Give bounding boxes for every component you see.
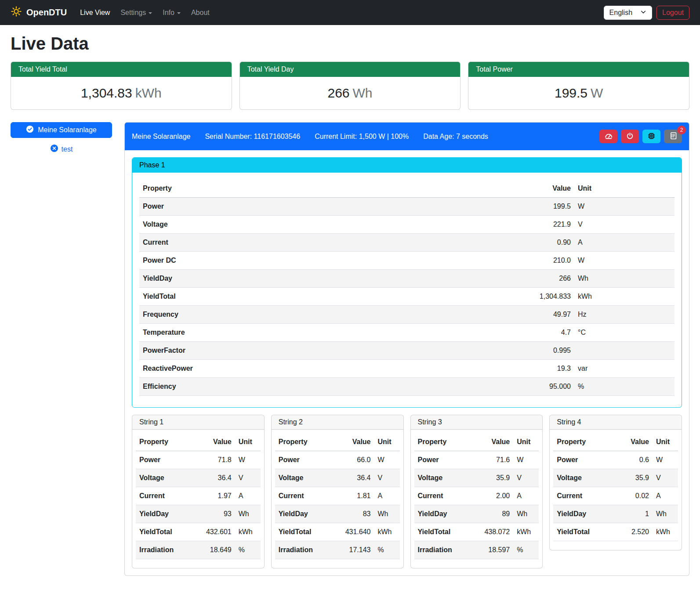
sun-logo-icon: [11, 6, 22, 19]
table-row: Frequency 49.97 Hz: [139, 306, 675, 324]
table-row: Power DC 210.0 W: [139, 252, 675, 270]
card-value-row: 1,304.83kWh: [11, 77, 232, 109]
table-row: YieldTotal 432.601 kWh: [136, 523, 261, 541]
language-select[interactable]: English: [604, 6, 652, 20]
cell-unit: W: [513, 451, 539, 469]
cell-unit: A: [574, 234, 675, 252]
summary-cards-row: Total Yield Total 1,304.83kWh Total Yiel…: [11, 62, 689, 110]
cell-property: Power DC: [139, 252, 399, 270]
inverter-data-age: Data Age: 7 seconds: [423, 133, 488, 141]
table-row: Current 1.81 A: [275, 487, 400, 505]
nav-item-info[interactable]: Info: [159, 5, 184, 20]
table-row: YieldDay 1 Wh: [553, 505, 678, 523]
cell-value: 4.7: [399, 324, 574, 342]
cell-unit: W: [574, 198, 675, 216]
cell-value: 66.0: [330, 451, 374, 469]
top-navbar: OpenDTU Live View Settings Info About En…: [0, 0, 700, 25]
table-row: Current 1.97 A: [136, 487, 261, 505]
cell-unit: Wh: [513, 505, 539, 523]
column-header-value: Value: [192, 433, 235, 451]
cell-unit: kWh: [374, 523, 400, 541]
column-header-property: Property: [553, 433, 614, 451]
cell-value: 18.597: [470, 541, 513, 559]
column-header-value: Value: [330, 433, 374, 451]
string-1-title: String 1: [132, 415, 264, 430]
table-row: YieldTotal 431.640 kWh: [275, 523, 400, 541]
cell-value: 0.6: [614, 451, 653, 469]
table-row: ReactivePower 19.3 var: [139, 360, 675, 378]
logout-button[interactable]: Logout: [656, 6, 689, 20]
cell-value: 210.0: [399, 252, 574, 270]
string-3-title: String 3: [411, 415, 543, 430]
cell-value: 89: [470, 505, 513, 523]
page-container: Live Data Total Yield Total 1,304.83kWh …: [0, 25, 700, 586]
string-3-table: Property Value Unit Power 71.6 W: [414, 433, 539, 559]
chevron-down-icon: [640, 9, 646, 17]
card-value: 199.5: [555, 86, 588, 100]
power-icon: [626, 132, 634, 141]
power-toggle-button[interactable]: [621, 130, 639, 143]
string-4-title: String 4: [550, 415, 682, 430]
nav-item-about[interactable]: About: [188, 5, 213, 20]
table-row: Voltage 36.4 V: [136, 469, 261, 487]
cell-property: YieldTotal: [136, 523, 192, 541]
chevron-down-icon: [177, 12, 181, 14]
table-row: Temperature 4.7 °C: [139, 324, 675, 342]
event-log-button[interactable]: 2: [664, 130, 682, 143]
cpu-icon: [647, 132, 656, 141]
string-4-card: String 4 Property Value Unit: [549, 415, 682, 550]
cell-property: Power: [275, 451, 331, 469]
column-header-value: Value: [399, 180, 574, 198]
cell-unit: kWh: [574, 288, 675, 306]
cell-property: YieldDay: [136, 505, 192, 523]
column-header-unit: Unit: [653, 433, 678, 451]
cell-property: Efficiency: [139, 378, 399, 396]
column-header-value: Value: [470, 433, 513, 451]
cell-unit: A: [513, 487, 539, 505]
cell-property: Voltage: [139, 216, 399, 234]
cell-property: Power: [553, 451, 614, 469]
cell-property: Power: [139, 198, 399, 216]
cell-value: 438.072: [470, 523, 513, 541]
table-row: Voltage 221.9 V: [139, 216, 675, 234]
cell-property: Voltage: [136, 469, 192, 487]
inverter-toolbar: 2: [599, 130, 682, 143]
chevron-down-icon: [149, 12, 152, 14]
cell-property: Current: [553, 487, 614, 505]
cell-property: Temperature: [139, 324, 399, 342]
inverter-panel-body: Phase 1 Property Value Unit: [125, 150, 689, 575]
table-header-row: Property Value Unit: [553, 433, 678, 451]
inverter-select-button-active[interactable]: Meine Solaranlage: [11, 122, 112, 138]
cell-value: 35.9: [614, 469, 653, 487]
cell-unit: A: [653, 487, 678, 505]
table-row: Current 2.00 A: [414, 487, 539, 505]
inverter-name-label: Meine Solaranlage: [38, 126, 96, 134]
cell-unit: Wh: [235, 505, 261, 523]
nav-item-settings[interactable]: Settings: [117, 5, 156, 20]
cell-unit: W: [653, 451, 678, 469]
cell-unit: W: [235, 451, 261, 469]
cell-property: Irradiation: [136, 541, 192, 559]
cell-value: 49.97: [399, 306, 574, 324]
cell-property: PowerFactor: [139, 342, 399, 360]
string-3-card: String 3 Property Value Unit: [410, 415, 543, 568]
card-unit: kWh: [135, 86, 162, 100]
inverter-select-link-test[interactable]: test: [11, 144, 112, 154]
string-2-card: String 2 Property Value Unit: [271, 415, 404, 568]
inverter-sidebar: Meine Solaranlage test: [11, 122, 112, 154]
journal-icon: [669, 132, 677, 141]
nav-item-live-view[interactable]: Live View: [76, 5, 113, 20]
main-row: Meine Solaranlage test Meine Solaranlage…: [11, 122, 689, 576]
device-info-button[interactable]: [642, 130, 660, 143]
cell-property: Current: [139, 234, 399, 252]
cell-value: 1,304.833: [399, 288, 574, 306]
brand-link[interactable]: OpenDTU: [11, 6, 67, 19]
cell-value: 71.8: [192, 451, 235, 469]
column-header-unit: Unit: [513, 433, 539, 451]
table-row: Power 66.0 W: [275, 451, 400, 469]
limit-settings-button[interactable]: [599, 130, 617, 143]
cell-value: 36.4: [192, 469, 235, 487]
table-row: Current 0.02 A: [553, 487, 678, 505]
table-header-row: Property Value Unit: [414, 433, 539, 451]
cell-unit: A: [374, 487, 400, 505]
